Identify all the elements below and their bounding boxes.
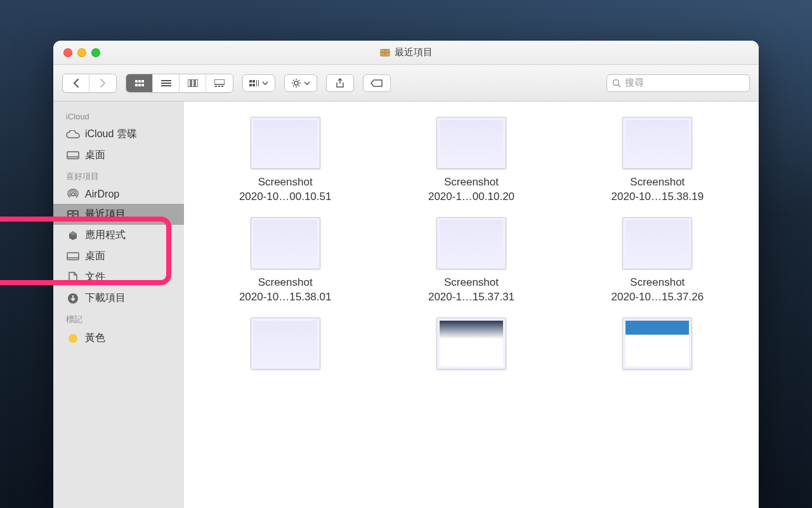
actions-button[interactable] — [284, 74, 317, 92]
sidebar-section-tags: 標記 — [53, 309, 184, 328]
maximize-button[interactable] — [91, 48, 100, 57]
file-thumbnail — [436, 117, 506, 169]
group-by-button[interactable] — [242, 74, 275, 92]
apps-icon — [66, 230, 80, 241]
svg-point-26 — [294, 81, 298, 85]
forward-button[interactable] — [89, 74, 116, 92]
documents-icon — [66, 272, 80, 283]
close-button[interactable] — [63, 48, 72, 57]
file-thumbnail — [251, 117, 320, 169]
sidebar-item-label: 桌面 — [85, 250, 105, 263]
back-button[interactable] — [63, 74, 89, 92]
tag-icon — [370, 79, 383, 88]
window-title: 最近項目 — [53, 46, 759, 58]
tags-button[interactable] — [363, 74, 391, 92]
recents-icon — [66, 209, 80, 220]
finder-window: 最近項目 搜尋 — [53, 41, 759, 508]
svg-rect-1 — [381, 52, 390, 53]
svg-rect-22 — [249, 84, 252, 86]
svg-rect-18 — [218, 86, 220, 87]
file-item[interactable]: Screenshot2020-1…00.10.20 — [381, 117, 561, 204]
svg-rect-6 — [141, 80, 144, 83]
file-thumbnail — [622, 318, 692, 370]
svg-rect-5 — [138, 80, 141, 83]
file-thumbnail — [251, 318, 320, 370]
share-button[interactable] — [326, 74, 354, 92]
search-placeholder: 搜尋 — [625, 77, 644, 89]
svg-rect-24 — [256, 80, 257, 86]
cloud-icon — [66, 129, 80, 140]
file-name: Screenshot2020-10…00.10.51 — [239, 175, 332, 204]
file-item[interactable] — [568, 318, 747, 376]
file-item[interactable]: Screenshot2020-10…15.38.01 — [195, 217, 375, 305]
file-item[interactable] — [195, 318, 375, 376]
sidebar-item-desktop-fav[interactable]: 桌面 — [53, 246, 184, 267]
svg-rect-20 — [249, 80, 252, 83]
search-input[interactable]: 搜尋 — [606, 74, 750, 92]
column-view-button[interactable] — [180, 74, 206, 92]
desktop-icon — [66, 251, 80, 262]
svg-rect-21 — [252, 80, 255, 83]
svg-rect-23 — [252, 84, 255, 86]
airdrop-icon — [66, 189, 80, 200]
file-item[interactable]: Screenshot2020-10…15.38.19 — [568, 117, 747, 204]
content-area: iCloud iCloud 雲碟 桌面 喜好項目 AirDrop 最近項目 應用… — [53, 102, 759, 508]
svg-rect-3 — [384, 53, 386, 53]
svg-rect-13 — [188, 79, 190, 87]
svg-rect-9 — [141, 84, 144, 86]
svg-rect-34 — [72, 211, 74, 213]
file-thumbnail — [622, 217, 692, 269]
file-item[interactable]: Screenshot2020-1…15.37.31 — [381, 217, 561, 305]
sidebar-item-documents[interactable]: 文件 — [53, 267, 184, 288]
sidebar-item-label: 文件 — [85, 271, 105, 284]
downloads-icon — [66, 293, 80, 304]
file-thumbnail — [622, 117, 692, 169]
files-grid: Screenshot2020-10…00.10.51 Screenshot202… — [195, 117, 747, 376]
svg-rect-35 — [72, 215, 74, 217]
sidebar-item-desktop[interactable]: 桌面 — [53, 145, 184, 166]
file-name: Screenshot2020-10…15.37.26 — [612, 276, 704, 305]
sidebar-item-icloud-drive[interactable]: iCloud 雲碟 — [53, 124, 184, 145]
file-thumbnail — [436, 318, 506, 370]
svg-rect-19 — [221, 86, 223, 87]
toolbar: 搜尋 — [53, 65, 759, 102]
sidebar-item-recents[interactable]: 最近項目 — [53, 204, 184, 225]
drawer-icon — [379, 48, 391, 57]
sidebar-item-label: AirDrop — [85, 189, 119, 200]
tag-dot-icon — [66, 333, 80, 344]
sidebar-section-favorites: 喜好項目 — [53, 166, 184, 185]
svg-line-28 — [619, 84, 621, 87]
share-icon — [336, 78, 344, 88]
minimize-button[interactable] — [77, 48, 86, 57]
file-thumbnail — [436, 217, 506, 269]
file-name: Screenshot2020-1…15.37.31 — [428, 276, 514, 305]
svg-rect-36 — [67, 253, 79, 260]
list-view-button[interactable] — [153, 74, 180, 92]
sidebar-item-applications[interactable]: 應用程式 — [53, 225, 184, 246]
sidebar-item-airdrop[interactable]: AirDrop — [53, 185, 184, 204]
file-name: Screenshot2020-1…00.10.20 — [428, 175, 514, 204]
files-view[interactable]: Screenshot2020-10…00.10.51 Screenshot202… — [184, 102, 759, 508]
sidebar-item-label: 應用程式 — [85, 229, 126, 242]
file-item[interactable]: Screenshot2020-10…15.37.26 — [568, 217, 747, 305]
svg-rect-15 — [195, 79, 198, 87]
svg-rect-25 — [258, 80, 259, 86]
traffic-lights — [53, 48, 100, 57]
group-icon — [249, 79, 259, 87]
file-item[interactable]: Screenshot2020-10…00.10.51 — [195, 117, 375, 204]
file-item[interactable] — [381, 318, 561, 376]
svg-point-27 — [613, 79, 619, 85]
svg-rect-4 — [135, 80, 138, 83]
sidebar-item-label: 最近項目 — [85, 208, 126, 221]
sidebar-item-downloads[interactable]: 下載項目 — [53, 288, 184, 309]
svg-rect-7 — [135, 84, 138, 86]
chevron-down-icon — [304, 81, 310, 85]
svg-rect-17 — [215, 86, 217, 87]
gallery-view-button[interactable] — [206, 74, 233, 92]
sidebar-item-label: 桌面 — [85, 149, 105, 162]
titlebar[interactable]: 最近項目 — [53, 41, 759, 65]
svg-rect-14 — [192, 79, 194, 87]
sidebar-item-tag-yellow[interactable]: 黃色 — [53, 328, 184, 349]
svg-rect-29 — [67, 152, 79, 159]
icon-view-button[interactable] — [126, 74, 153, 92]
